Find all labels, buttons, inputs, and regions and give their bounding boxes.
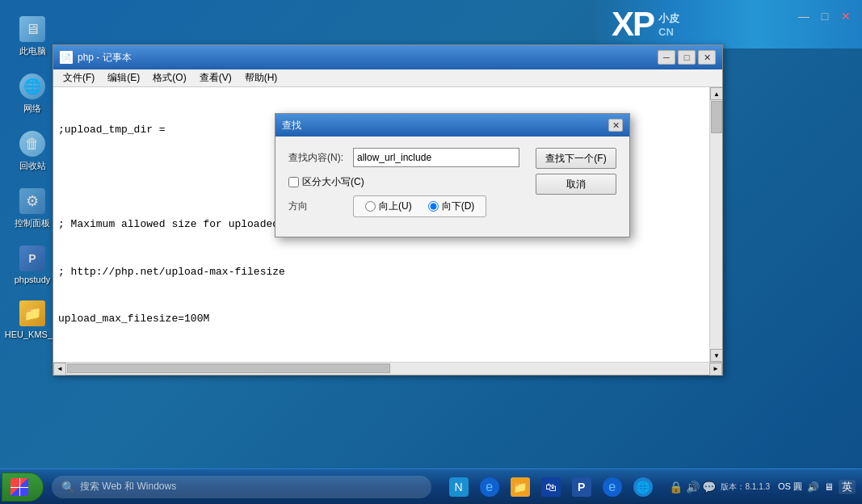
find-buttons-column: 查找下一个(F) 取消 [528, 148, 616, 195]
network-icon: 🌐 [19, 74, 45, 99]
desktop: XP 小皮 CN — □ ✕ 🖥 此电脑 🌐 网络 🗑 回收站 ⚙ 控制面板 P [0, 0, 862, 504]
desktop-close-icon[interactable]: ✕ [838, 8, 854, 24]
taskbar-network-icon[interactable]: 🌐 [630, 474, 656, 500]
scroll-up-arrow[interactable]: ▲ [710, 87, 722, 100]
control-panel-icon: ⚙ [19, 188, 45, 214]
taskbar-search-bar[interactable]: 🔍 搜索 Web 和 Windows [52, 476, 431, 498]
menu-help[interactable]: 帮助(H) [238, 69, 284, 86]
taskbar: 🔍 搜索 Web 和 Windows N e 📁 🛍 P e [0, 468, 862, 504]
menu-edit[interactable]: 编辑(E) [101, 69, 146, 86]
network-label: 网络 [23, 103, 41, 115]
taskbar-files-icon[interactable]: 📁 [507, 474, 533, 500]
systray-version: 版本：8.1.1.3 [721, 481, 770, 493]
taskbar-clock: OS 圓 [778, 481, 802, 493]
scroll-track-v[interactable] [710, 100, 722, 349]
find-dialog-titlebar: 查找 ✕ [275, 114, 629, 136]
taskbar-lang[interactable]: 英 [839, 480, 856, 494]
find-cancel-button[interactable]: 取消 [536, 174, 616, 195]
find-direction-options: 向上(U) 向下(D) [365, 200, 474, 213]
start-button[interactable] [2, 472, 44, 502]
taskbar-ie2-icon[interactable]: e [599, 474, 625, 500]
find-case-checkbox[interactable] [288, 177, 299, 187]
desktop-icons-panel: 🖥 此电脑 🌐 网络 🗑 回收站 ⚙ 控制面板 P phpstudy 📁 HEU… [8, 16, 57, 339]
menu-format[interactable]: 格式(O) [146, 69, 192, 86]
find-search-input[interactable] [353, 148, 519, 167]
desktop-icon-my-computer[interactable]: 🖥 此电脑 [8, 16, 57, 57]
notepad-app-icon: 📄 [60, 51, 73, 64]
network-taskbar-icon-box: 🌐 [633, 477, 653, 497]
menu-file[interactable]: 文件(F) [57, 69, 101, 86]
notepad-title-area: 📄 php - 记事本 [60, 51, 132, 65]
find-dialog-body: 查找内容(N): 区分大小写(C) 方向 [275, 136, 629, 237]
scroll-down-arrow[interactable]: ▼ [710, 349, 722, 362]
systray-icons: 🔒 🔊 💬 [669, 481, 717, 494]
phpstudy-icon: P [19, 246, 45, 271]
notepad-close-button[interactable]: ✕ [698, 50, 716, 65]
scroll-thumb-v[interactable] [711, 101, 722, 133]
ie2-icon-box: e [603, 477, 622, 497]
find-dialog-close-button[interactable]: ✕ [608, 119, 623, 132]
find-direction-label: 方向 [288, 200, 353, 213]
find-direction-down-label[interactable]: 向下(D) [428, 200, 475, 213]
desktop-icon-recycle[interactable]: 🗑 回收站 [8, 131, 57, 172]
taskbar-explorer-icon[interactable]: N [446, 474, 472, 500]
notepad-titlebar: 📄 php - 记事本 ─ □ ✕ [53, 45, 722, 69]
xp-logo-sub: 小皮 CN [658, 11, 679, 38]
notepad-title-text: php - 记事本 [78, 51, 132, 65]
desktop-maximize-icon[interactable]: □ [817, 8, 833, 24]
recycle-icon: 🗑 [19, 131, 45, 157]
find-direction-group: 向上(U) 向下(D) [353, 195, 486, 217]
notepad-maximize-button[interactable]: □ [678, 50, 696, 65]
my-computer-icon: 🖥 [19, 16, 45, 42]
find-direction-down-radio[interactable] [428, 201, 439, 212]
desktop-icon-folder[interactable]: 📁 HEU_KMS_... [8, 300, 57, 339]
notepad-minimize-button[interactable]: ─ [658, 50, 675, 65]
taskbar-network-status-icon: 🖥 [824, 481, 834, 493]
taskbar-volume-icon[interactable]: 🔊 [807, 481, 819, 493]
desktop-icon-network[interactable]: 🌐 网络 [8, 74, 57, 115]
phpstudy-taskbar-icon-box: P [572, 477, 591, 497]
desktop-minimize-icon[interactable]: — [796, 8, 812, 24]
windows-logo-icon [11, 478, 28, 496]
find-case-checkbox-label[interactable]: 区分大小写(C) [288, 175, 364, 189]
store-icon-box: 🛍 [541, 477, 561, 497]
find-direction-down-text: 向下(D) [442, 200, 475, 213]
find-case-label-text: 区分大小写(C) [302, 175, 364, 189]
text-line-6 [58, 359, 704, 363]
taskbar-systray: 🔒 🔊 💬 版本：8.1.1.3 OS 圓 🔊 🖥 英 [662, 480, 862, 494]
desktop-icon-control-panel[interactable]: ⚙ 控制面板 [8, 188, 57, 229]
find-content-area: 查找内容(N): 区分大小写(C) 方向 [288, 148, 616, 225]
ie-icon-box: e [480, 477, 499, 497]
taskbar-store-icon[interactable]: 🛍 [538, 474, 564, 500]
scroll-left-arrow[interactable]: ◄ [53, 363, 66, 376]
taskbar-phpstudy-icon[interactable]: P [569, 474, 595, 500]
find-next-button[interactable]: 查找下一个(F) [536, 148, 616, 169]
text-line-5: upload_max_filesize=100M [58, 311, 704, 327]
find-checkbox-row: 区分大小写(C) [288, 175, 519, 189]
find-direction-up-radio[interactable] [365, 201, 376, 212]
recycle-label: 回收站 [19, 160, 46, 172]
folder-icon: 📁 [19, 300, 45, 326]
notepad-scrollbar-vertical[interactable]: ▲ ▼ [709, 87, 722, 362]
phpstudy-label: phpstudy [15, 275, 51, 284]
scroll-right-arrow[interactable]: ► [709, 363, 722, 376]
search-icon: 🔍 [61, 481, 75, 494]
desktop-icon-phpstudy[interactable]: P phpstudy [8, 246, 57, 284]
notepad-menubar: 文件(F) 编辑(E) 格式(O) 查看(V) 帮助(H) [53, 69, 722, 87]
notepad-scrollbar-horizontal[interactable]: ◄ ► [53, 362, 722, 375]
my-computer-label: 此电脑 [19, 45, 46, 57]
folder-label: HEU_KMS_... [5, 330, 60, 339]
xp-sub2: CN [658, 26, 679, 38]
xp-logo: XP 小皮 CN [595, 0, 862, 48]
find-search-label: 查找内容(N): [288, 151, 353, 165]
control-panel-label: 控制面板 [15, 217, 50, 229]
menu-view[interactable]: 查看(V) [193, 69, 238, 86]
find-dialog-title: 查找 [282, 119, 301, 132]
taskbar-ie-icon[interactable]: e [477, 474, 502, 500]
xp-sub1: 小皮 [658, 11, 679, 26]
notepad-win-controls: ─ □ ✕ [658, 50, 716, 65]
find-left-panel: 查找内容(N): 区分大小写(C) 方向 [288, 148, 519, 225]
scroll-track-h[interactable] [67, 363, 709, 375]
scroll-thumb-h[interactable] [67, 363, 390, 373]
find-direction-up-label[interactable]: 向上(U) [365, 200, 412, 213]
